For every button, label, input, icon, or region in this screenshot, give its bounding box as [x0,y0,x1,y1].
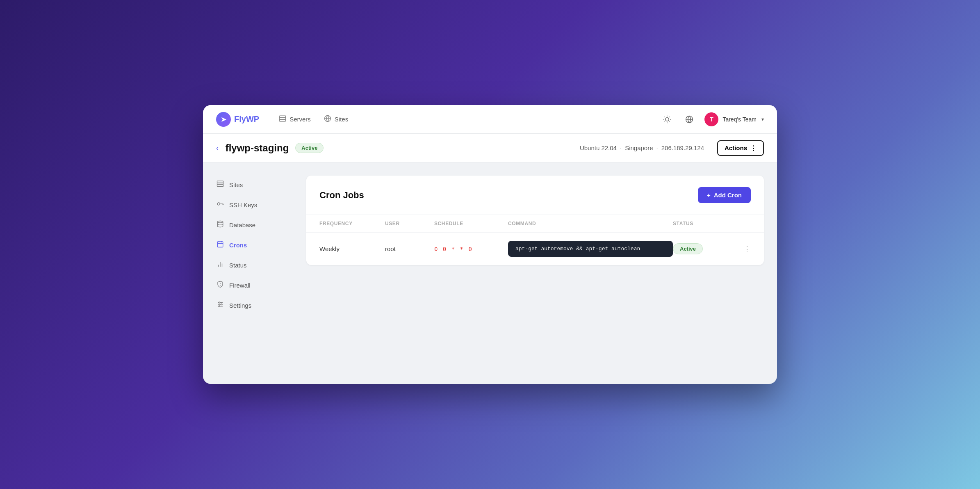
server-meta: Ubuntu 22.04 · Singapore · 206.189.29.12… [580,140,764,156]
row-menu-button[interactable]: ⋮ [734,244,751,254]
table-header: FREQUENCY USER SCHEDULE COMMAND STATUS [306,215,764,233]
th-user: USER [385,221,434,226]
th-schedule: SCHEDULE [434,221,508,226]
server-bar: ‹ flywp-staging Active Ubuntu 22.04 · Si… [203,134,777,162]
cron-jobs-card: Cron Jobs + Add Cron FREQUENCY USER SCHE… [306,176,764,265]
chevron-down-icon: ▾ [761,117,764,122]
command-cell: apt-get autoremove && apt-get autoclean [508,241,673,257]
svg-line-8 [665,117,665,117]
sites-icon [324,115,331,124]
row-user: root [385,245,434,252]
sidebar-item-crons[interactable]: Crons [210,236,287,254]
key-icon [216,200,224,210]
logo-text: FlyWP [234,114,259,124]
nav-servers[interactable]: Servers [279,112,311,127]
th-frequency: FREQUENCY [319,221,385,226]
content-area: Cron Jobs + Add Cron FREQUENCY USER SCHE… [293,162,777,384]
firewall-icon [216,281,224,290]
svg-point-23 [217,221,223,223]
server-os: Ubuntu 22.04 [580,144,617,151]
row-frequency: Weekly [319,245,385,252]
sidebar-item-sites-label: Sites [229,181,243,188]
server-name: flywp-staging [226,142,289,154]
svg-rect-2 [280,119,286,121]
card-header: Cron Jobs + Add Cron [306,176,764,215]
crons-icon [216,240,224,250]
svg-point-5 [665,117,669,121]
sidebar-item-database-label: Database [229,222,255,229]
svg-point-34 [221,304,222,305]
add-cron-plus-icon: + [707,192,711,199]
th-actions [734,221,751,226]
status-badge: Active [673,243,703,254]
sidebar-item-sites[interactable]: Sites [210,176,287,194]
svg-point-33 [219,302,220,303]
logo-icon: ➤ [216,112,231,127]
back-button[interactable]: ‹ [216,143,219,153]
actions-button[interactable]: Actions ⋮ [717,140,764,156]
sun-icon[interactable] [660,112,674,126]
table-row: Weekly root 0 0 * * 0 apt-get autoremove… [306,233,764,265]
row-status: Active [673,243,734,254]
sidebar-item-settings[interactable]: Settings [210,296,287,315]
status-icon [216,260,224,270]
server-ip: 206.189.29.124 [661,144,704,151]
svg-line-12 [665,121,665,122]
team-name: Tareq's Team [722,116,757,123]
nav-sites[interactable]: Sites [324,112,348,127]
sidebar-item-ssh-keys-label: SSH Keys [229,201,257,208]
th-command: COMMAND [508,221,673,226]
app-window: ➤ FlyWP Servers Sites [203,105,777,384]
server-location: Singapore [625,144,653,151]
header-right: T Tareq's Team ▾ [660,112,764,126]
sidebar-item-crons-label: Crons [229,242,247,249]
svg-point-19 [217,203,220,205]
svg-point-29 [220,285,221,286]
card-title: Cron Jobs [319,190,364,201]
sidebar-item-firewall[interactable]: Firewall [210,276,287,295]
sidebar-item-ssh-keys[interactable]: SSH Keys [210,196,287,214]
globe-icon[interactable] [682,112,696,126]
main-content: Sites SSH Keys Database Crons [203,162,777,384]
server-status-badge: Active [295,143,324,153]
sidebar-item-settings-label: Settings [229,302,251,309]
sidebar-item-status-label: Status [229,262,247,269]
row-command: apt-get autoremove && apt-get autoclean [508,241,673,257]
sidebar: Sites SSH Keys Database Crons [203,162,293,384]
sites-sidebar-icon [216,180,224,190]
actions-dots-icon: ⋮ [750,144,757,152]
sidebar-item-firewall-label: Firewall [229,282,251,289]
svg-rect-18 [217,185,223,187]
main-nav: Servers Sites [279,112,660,127]
settings-icon [216,301,224,310]
servers-icon [279,115,286,124]
nav-servers-label: Servers [289,116,311,123]
svg-rect-24 [217,242,223,247]
actions-label: Actions [725,144,747,151]
add-cron-label: Add Cron [714,192,742,199]
team-button[interactable]: T Tareq's Team ▾ [704,112,764,126]
svg-line-9 [670,121,670,122]
database-icon [216,220,224,230]
logo[interactable]: ➤ FlyWP [216,112,259,127]
avatar: T [704,112,718,126]
main-header: ➤ FlyWP Servers Sites [203,105,777,134]
sidebar-item-database[interactable]: Database [210,216,287,234]
svg-point-35 [219,306,220,307]
nav-sites-label: Sites [335,116,348,123]
row-schedule: 0 0 * * 0 [434,246,508,252]
th-status: STATUS [673,221,734,226]
svg-line-13 [670,117,670,117]
add-cron-button[interactable]: + Add Cron [698,187,751,203]
sidebar-item-status[interactable]: Status [210,256,287,274]
